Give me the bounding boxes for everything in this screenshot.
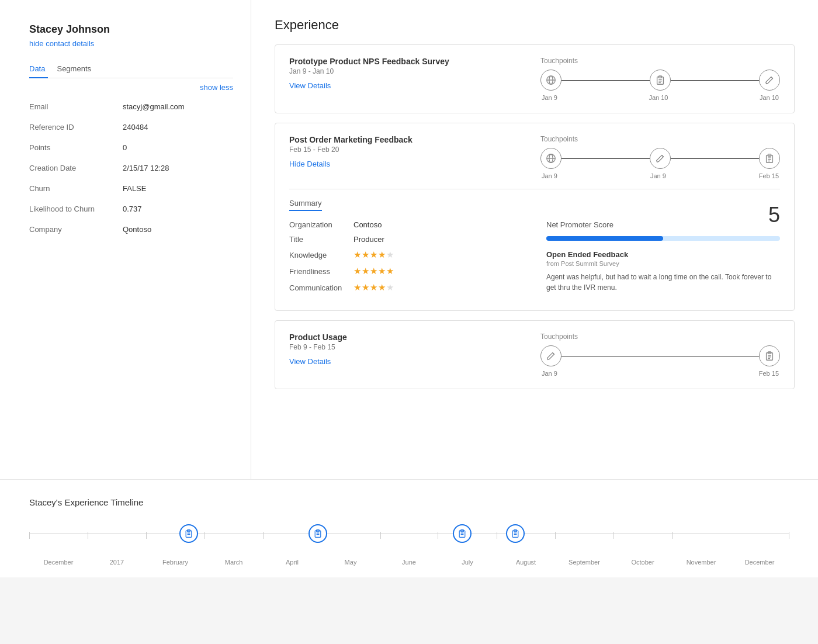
- card-2-hide-details[interactable]: Hide Details: [289, 160, 330, 168]
- tp-date-jan9-2: Jan 9: [542, 172, 557, 179]
- card-1-tp-label: Touchpoints: [540, 57, 780, 65]
- title-row: Title Producer: [289, 235, 523, 244]
- nps-bar-fill: [546, 236, 663, 241]
- tp-date-jan10-2: Jan 10: [760, 94, 779, 101]
- timeline-bar: [29, 519, 789, 554]
- open-ended-text: Agent was helpful, but had to wait a lon…: [546, 272, 780, 293]
- hide-contact-link[interactable]: hide contact details: [29, 39, 94, 48]
- tp-date-jan9-4: Jan 9: [542, 370, 557, 377]
- friendliness-label: Friendliness: [289, 267, 353, 276]
- email-label: Email: [29, 102, 123, 111]
- card-1-date: Jan 9 - Jan 10: [289, 67, 529, 75]
- timeline-event-1: [179, 524, 198, 543]
- month-aug: August: [497, 559, 555, 566]
- communication-stars: ★★★★★: [353, 282, 394, 293]
- data-table: Email stacyj@gmail.com Reference ID 2404…: [29, 96, 233, 240]
- show-less-link[interactable]: show less: [200, 83, 233, 92]
- card-2-tp-label: Touchpoints: [540, 135, 780, 143]
- tp-line-1b: [671, 80, 759, 81]
- points-value: 0: [123, 143, 127, 152]
- card-1-view-details[interactable]: View Details: [289, 81, 331, 90]
- likelihood-label: Likelihood to Churn: [29, 205, 123, 213]
- nps-bar-container: [546, 236, 780, 241]
- tick-apr: [263, 532, 264, 539]
- month-oct: October: [614, 559, 672, 566]
- card-3-header: Product Usage Feb 9 - Feb 15 View Detail…: [289, 333, 780, 377]
- churn-label: Churn: [29, 184, 123, 193]
- tick-sep: [555, 532, 556, 539]
- company-value: Qontoso: [123, 225, 151, 234]
- card-2-date: Feb 15 - Feb 20: [289, 146, 529, 154]
- month-mar: March: [204, 559, 263, 566]
- tick-feb: [146, 532, 147, 539]
- contact-name: Stacey Johnson: [29, 23, 233, 36]
- friendliness-row: Friendliness ★★★★★: [289, 266, 523, 276]
- experience-card-1: Prototype Product NPS Feedback Survey Ja…: [275, 44, 795, 113]
- card-3-view-details[interactable]: View Details: [289, 357, 331, 366]
- tick-jul: [438, 532, 438, 539]
- tab-segments[interactable]: Segments: [57, 60, 91, 78]
- month-may: May: [321, 559, 380, 566]
- tabs-row: Data Segments: [29, 60, 233, 78]
- points-label: Points: [29, 143, 123, 152]
- month-2017: 2017: [88, 559, 146, 566]
- tp-date-feb15-1: Feb 15: [759, 172, 779, 179]
- left-panel: Stacey Johnson hide contact details Data…: [0, 0, 251, 479]
- refid-label: Reference ID: [29, 123, 123, 131]
- likelihood-value: 0.737: [123, 205, 142, 213]
- summary-right: Net Promoter Score 5 Open Ended Feedback…: [546, 220, 780, 299]
- card-3-name: Product Usage: [289, 333, 529, 342]
- data-row-email: Email stacyj@gmail.com: [29, 96, 233, 117]
- company-label: Company: [29, 225, 123, 234]
- month-feb: February: [146, 559, 204, 566]
- tp-date-feb15-2: Feb 15: [759, 370, 779, 377]
- tp-line-2b: [671, 158, 759, 159]
- org-label: Organization: [289, 220, 353, 229]
- card-3-touchpoints: Touchpoints: [529, 333, 780, 377]
- data-row-likelihood: Likelihood to Churn 0.737: [29, 199, 233, 219]
- pencil-icon-3: [540, 345, 561, 366]
- data-row-creation: Creation Date 2/15/17 12:28: [29, 158, 233, 178]
- tick-2017: [88, 532, 88, 539]
- svg-line-8: [771, 77, 773, 79]
- tick-aug: [497, 532, 497, 539]
- email-value: stacyj@gmail.com: [123, 102, 185, 111]
- open-ended-source: from Post Summit Survey: [546, 260, 780, 267]
- refid-value: 240484: [123, 123, 148, 131]
- month-jun: June: [380, 559, 438, 566]
- tp-line-2a: [561, 158, 650, 159]
- pencil-icon-1: [759, 70, 780, 91]
- summary-section: Summary Organization Contoso Title Produ…: [289, 189, 780, 299]
- card-2-touchpoints: Touchpoints: [529, 135, 780, 179]
- experience-title: Experience: [275, 18, 795, 33]
- summary-title: Summary: [289, 199, 322, 211]
- card-1-left: Prototype Product NPS Feedback Survey Ja…: [289, 57, 529, 90]
- tick-oct: [614, 532, 614, 539]
- globe-icon-2: [540, 148, 561, 169]
- tick-dec: [29, 532, 30, 539]
- month-jul: July: [438, 559, 497, 566]
- card-2-name: Post Order Marketing Feedback: [289, 135, 529, 144]
- data-row-churn: Churn FALSE: [29, 178, 233, 199]
- experience-card-2: Post Order Marketing Feedback Feb 15 - F…: [275, 123, 795, 311]
- card-2-tp-timeline: [540, 148, 780, 169]
- data-row-company: Company Qontoso: [29, 219, 233, 240]
- tp-line-3a: [561, 356, 759, 356]
- timeline-event-2: [309, 524, 327, 543]
- card-1-header: Prototype Product NPS Feedback Survey Ja…: [289, 57, 780, 101]
- pencil-icon-2: [650, 148, 671, 169]
- timeline-months: December 2017 February March April May J…: [29, 559, 789, 566]
- timeline-event-3: [453, 524, 472, 543]
- card-3-tp-timeline: [540, 345, 780, 366]
- tab-data[interactable]: Data: [29, 60, 45, 78]
- summary-left: Organization Contoso Title Producer Know…: [289, 220, 523, 299]
- nps-label: Net Promoter Score: [546, 220, 614, 229]
- month-dec2: December: [730, 559, 789, 566]
- tp-line-1a: [561, 80, 650, 81]
- communication-row: Communication ★★★★★: [289, 282, 523, 293]
- org-row: Organization Contoso: [289, 220, 523, 229]
- creation-label: Creation Date: [29, 164, 123, 172]
- open-ended-title: Open Ended Feedback: [546, 250, 780, 259]
- card-1-touchpoints: Touchpoints: [529, 57, 780, 101]
- card-3-left: Product Usage Feb 9 - Feb 15 View Detail…: [289, 333, 529, 366]
